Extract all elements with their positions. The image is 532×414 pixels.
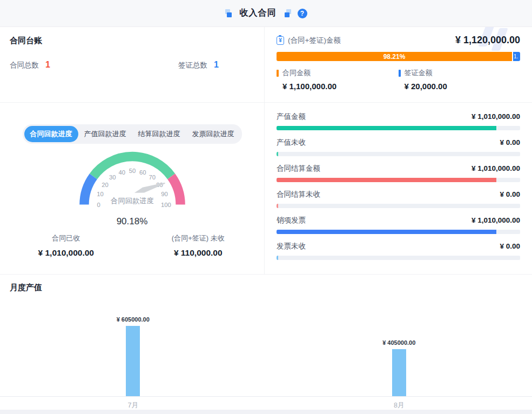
legend-tick-blue <box>399 70 401 77</box>
svg-text:70: 70 <box>149 174 156 181</box>
metric-value: ¥ 1,010,000.00 <box>472 164 520 172</box>
contract-ratio-segment: 98.21% <box>277 52 512 61</box>
metric-value: ¥ 0.00 <box>500 190 520 198</box>
total-amount-label: (合同+签证)金额 <box>288 36 341 45</box>
metric-label: 销项发票 <box>277 216 306 225</box>
contract-count-value: 1 <box>45 60 50 70</box>
metric-bar-fill <box>277 204 278 208</box>
metric-bar-track <box>277 178 520 182</box>
month-axis-label: 7月 <box>128 401 138 410</box>
visa-count: 签证总数 1 <box>178 60 219 70</box>
tab-progress-0[interactable]: 合同回款进度 <box>24 126 78 142</box>
metric-label: 发票未收 <box>277 242 306 251</box>
month-axis-label: 8月 <box>394 401 404 410</box>
amount-ratio-bar: 98.21% 1. <box>277 52 520 61</box>
metric-bar-fill <box>277 230 496 234</box>
visa-ratio-segment: 1. <box>513 52 520 61</box>
footer-strip <box>0 410 532 414</box>
progress-tabs: 合同回款进度产值回款进度结算回款进度发票回款进度 <box>23 124 242 144</box>
metric-row: 合同结算金额¥ 1,010,000.00 <box>277 164 520 182</box>
ledger-title: 合同台账 <box>10 36 254 46</box>
svg-text:合同回款进度: 合同回款进度 <box>111 197 154 205</box>
total-amount-card: ¥ (合同+签证)金额 ¥ 1,120,000.00 98.21% 1. 合同金… <box>265 27 532 102</box>
legend-contract-amount: 合同金额 ¥ 1,100,000.00 <box>277 68 399 91</box>
help-icon[interactable]: ? <box>298 9 307 18</box>
metric-bar-fill <box>277 126 496 130</box>
squares-deco-left-icon <box>225 9 233 17</box>
monthly-chart-title: 月度产值 <box>0 283 532 293</box>
metric-row: 合同结算未收¥ 0.00 <box>277 190 520 208</box>
payback-gauge-chart: 0102030405060708090100合同回款进度 <box>0 145 264 216</box>
gauge-svg: 0102030405060708090100合同回款进度 <box>69 145 196 214</box>
metric-row: 销项发票¥ 1,010,000.00 <box>277 216 520 234</box>
metric-bar-track <box>277 152 520 156</box>
svg-text:30: 30 <box>109 174 116 181</box>
metric-bar-track <box>277 126 520 130</box>
metric-bar-fill <box>277 178 496 182</box>
metric-row: 发票未收¥ 0.00 <box>277 242 520 260</box>
metric-value: ¥ 0.00 <box>500 138 520 146</box>
top-row: 合同台账 合同总数 1 签证总数 1 ¥ (合同+签证)金额 ¥ <box>0 27 532 103</box>
metric-value: ¥ 1,010,000.00 <box>472 216 520 224</box>
svg-text:90: 90 <box>161 191 168 197</box>
month-bar <box>392 349 406 396</box>
metric-value: ¥ 1,010,000.00 <box>472 112 520 121</box>
ledger-stats: 合同总数 1 签证总数 1 <box>10 60 254 70</box>
month-bar <box>126 326 140 396</box>
gauge-percent-value: 90.18% <box>0 216 264 227</box>
total-amount-value: ¥ 1,120,000.00 <box>455 35 520 46</box>
svg-text:10: 10 <box>97 191 104 197</box>
visa-count-value: 1 <box>214 60 219 70</box>
svg-text:100: 100 <box>161 202 171 208</box>
metric-label: 合同结算金额 <box>277 164 320 173</box>
contract-count-label: 合同总数 <box>10 61 39 70</box>
metric-value: ¥ 0.00 <box>500 242 520 250</box>
svg-text:20: 20 <box>102 182 109 188</box>
metric-row: 产值未收¥ 0.00 <box>277 138 520 156</box>
page-title: 收入合同 <box>240 8 277 19</box>
month-bar-value-label: ¥ 405000.00 <box>382 339 415 346</box>
metric-row: 产值金额¥ 1,010,000.00 <box>277 112 520 130</box>
legend-visa-amount: 签证金额 ¥ 20,000.00 <box>399 68 521 91</box>
metric-label: 产值金额 <box>277 112 306 122</box>
amount-legend: 合同金额 ¥ 1,100,000.00 签证金额 ¥ 20,000.00 <box>277 68 520 91</box>
received-stat: 合同已收 ¥ 1,010,000.00 <box>0 233 132 258</box>
legend-tick-orange <box>277 70 279 77</box>
metric-bar-fill <box>277 256 278 260</box>
payback-progress-panel: 合同回款进度产值回款进度结算回款进度发票回款进度 010203040506070… <box>0 103 265 274</box>
income-contract-dashboard: 收入合同 ? 合同台账 合同总数 1 签证总数 1 <box>0 0 532 414</box>
tab-progress-2[interactable]: 结算回款进度 <box>132 126 186 142</box>
contract-ledger-card: 合同台账 合同总数 1 签证总数 1 <box>0 27 265 102</box>
tab-progress-1[interactable]: 产值回款进度 <box>78 126 132 142</box>
invoice-icon: ¥ <box>277 36 284 45</box>
unreceived-stat: (合同+签证) 未收 ¥ 110,000.00 <box>132 233 265 258</box>
metric-bar-fill <box>277 152 278 156</box>
metric-list: 产值金额¥ 1,010,000.00产值未收¥ 0.00合同结算金额¥ 1,01… <box>265 103 532 274</box>
tab-progress-3[interactable]: 发票回款进度 <box>186 126 240 142</box>
metric-label: 合同结算未收 <box>277 190 320 199</box>
svg-text:40: 40 <box>118 169 125 176</box>
svg-text:60: 60 <box>139 169 146 176</box>
contract-count: 合同总数 1 <box>10 60 50 70</box>
svg-text:0: 0 <box>97 202 100 208</box>
middle-row: 合同回款进度产值回款进度结算回款进度发票回款进度 010203040506070… <box>0 103 532 275</box>
svg-text:50: 50 <box>129 168 136 174</box>
squares-deco-right-icon <box>283 9 291 17</box>
received-stats: 合同已收 ¥ 1,010,000.00 (合同+签证) 未收 ¥ 110,000… <box>0 233 264 258</box>
page-header: 收入合同 ? <box>0 0 532 27</box>
metric-bar-track <box>277 204 520 208</box>
metric-bar-track <box>277 256 520 260</box>
monthly-output-section: 月度产值 ¥ 605000.00¥ 405000.00 7月8月 <box>0 275 532 406</box>
monthly-bar-chart: ¥ 605000.00¥ 405000.00 <box>0 316 532 397</box>
metric-bar-track <box>277 230 520 234</box>
metric-label: 产值未收 <box>277 138 306 148</box>
visa-count-label: 签证总数 <box>178 61 207 70</box>
month-bar-value-label: ¥ 605000.00 <box>117 316 150 323</box>
